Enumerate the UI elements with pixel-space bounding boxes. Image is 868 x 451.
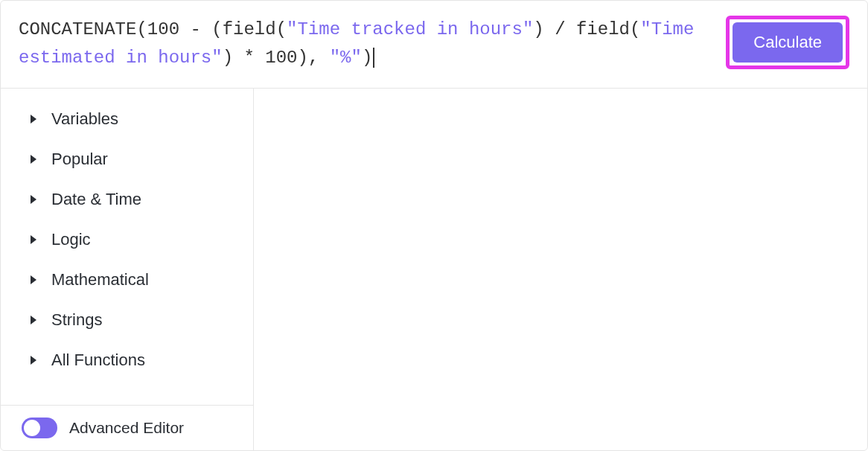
category-label: Popular [51,150,108,169]
formula-token-str: "Time tracked in hours" [287,19,533,39]
category-label: Variables [51,109,118,129]
advanced-editor-label: Advanced Editor [69,419,184,437]
category-label: All Functions [51,351,145,370]
formula-editor-container: CONCATENATE(100 - (field("Time tracked i… [0,0,868,451]
category-item[interactable]: Popular [1,139,253,179]
category-item[interactable]: Strings [1,300,253,340]
category-item[interactable]: Date & Time [1,179,253,220]
chevron-right-icon [31,195,36,204]
calculate-highlight: Calculate [726,16,849,69]
chevron-right-icon [31,235,36,244]
formula-token-fn: ) * 100), [223,48,330,68]
sidebar: VariablesPopularDate & TimeLogicMathemat… [1,89,254,450]
formula-input[interactable]: CONCATENATE(100 - (field("Time tracked i… [19,16,711,73]
category-item[interactable]: Logic [1,220,253,260]
main-area: VariablesPopularDate & TimeLogicMathemat… [1,89,867,450]
calculate-button[interactable]: Calculate [733,22,843,63]
chevron-right-icon [31,275,36,284]
chevron-right-icon [31,356,36,365]
category-label: Logic [51,230,91,249]
category-item[interactable]: All Functions [1,340,253,380]
category-item[interactable]: Mathematical [1,260,253,300]
formula-bar: CONCATENATE(100 - (field("Time tracked i… [1,1,867,89]
toggle-knob [24,420,40,436]
category-label: Strings [51,310,102,330]
formula-token-str: "%" [330,48,362,68]
chevron-right-icon [31,155,36,164]
category-list: VariablesPopularDate & TimeLogicMathemat… [1,89,253,405]
formula-token-fn: ) [362,48,372,68]
chevron-right-icon [31,115,36,124]
advanced-editor-toggle[interactable] [22,418,57,438]
chevron-right-icon [31,316,36,324]
sidebar-footer: Advanced Editor [1,405,253,450]
category-label: Date & Time [51,190,141,209]
formula-token-fn: CONCATENATE(100 - (field( [19,19,287,39]
category-label: Mathematical [51,270,149,290]
formula-token-fn: ) / field( [533,19,640,39]
text-cursor [373,48,374,68]
category-item[interactable]: Variables [1,99,253,139]
content-area [254,89,867,450]
